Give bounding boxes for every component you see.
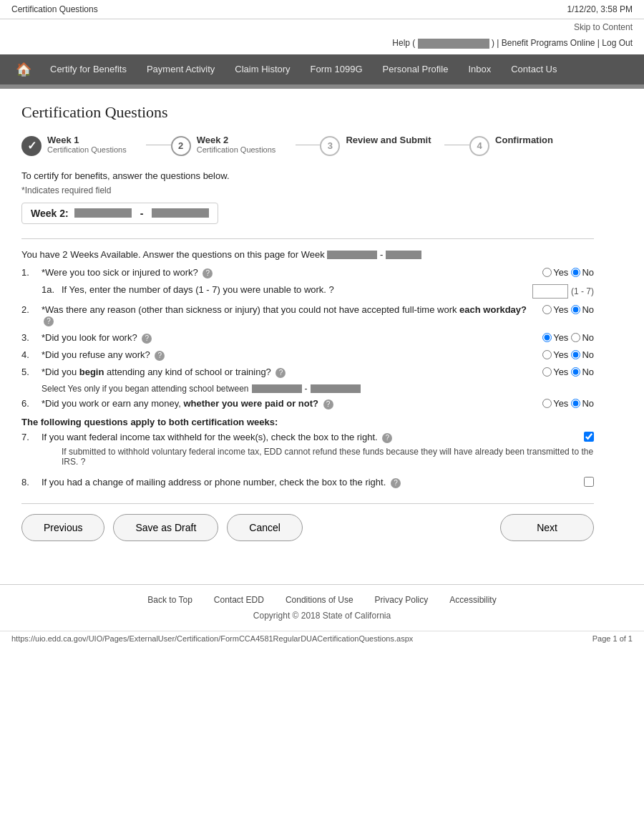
q6-no-label[interactable]: No [571, 398, 594, 409]
nav-contact-us[interactable]: Contact Us [501, 55, 567, 83]
header-links: Skip to Content [0, 19, 644, 35]
q1-yes-radio[interactable] [542, 268, 552, 277]
q5-yes-label[interactable]: Yes [542, 367, 568, 377]
step-2-label: Week 2 Certification Questions [197, 135, 276, 154]
q5-yes-radio[interactable] [542, 367, 552, 377]
q2-text: *Was there any reason (other than sickne… [42, 304, 535, 326]
footer-conditions[interactable]: Conditions of Use [286, 595, 353, 605]
q6-help-icon[interactable]: ? [323, 399, 333, 409]
q7-help-icon[interactable]: ? [382, 433, 392, 443]
step-2-name: Week 2 [197, 135, 276, 145]
q2-no-label[interactable]: No [571, 304, 594, 315]
q7-checkbox[interactable] [584, 432, 594, 442]
q5-no-radio[interactable] [571, 367, 580, 377]
q8-checkbox[interactable] [584, 477, 594, 487]
q8-help-icon[interactable]: ? [391, 478, 401, 488]
next-button[interactable]: Next [500, 514, 594, 541]
previous-button[interactable]: Previous [21, 514, 104, 541]
q6-no-radio[interactable] [571, 399, 580, 408]
q2-help-icon[interactable]: ? [44, 316, 54, 326]
skip-to-content-link[interactable]: Skip to Content [574, 22, 633, 32]
q5-num: 5. [21, 367, 42, 377]
school-end-redacted [311, 384, 361, 393]
step-3-circle: 3 [320, 136, 340, 156]
q7-sub-help-icon[interactable]: ? [81, 457, 86, 467]
q2-yes-radio[interactable] [542, 305, 552, 314]
q1a-days-input[interactable] [532, 284, 568, 299]
q1a-answer: (1 - 7) [532, 284, 594, 299]
q1-yes-label[interactable]: Yes [542, 267, 568, 278]
nav-payment-activity[interactable]: Payment Activity [137, 55, 225, 83]
nav-bar: 🏠 Certify for Benefits Payment Activity … [0, 54, 644, 84]
home-icon[interactable]: 🏠 [7, 54, 40, 84]
q2-no-radio[interactable] [571, 305, 580, 314]
nav-claim-history[interactable]: Claim History [225, 55, 300, 83]
q1a-text: If Yes, enter the number of days (1 - 7)… [62, 284, 525, 295]
step-divider-3 [444, 145, 469, 145]
cancel-button[interactable]: Cancel [227, 514, 303, 541]
q4-no-radio[interactable] [571, 350, 580, 359]
q1a-days-label: (1 - 7) [571, 286, 594, 296]
step-3-label: Review and Submit [346, 135, 431, 145]
q3-yes-radio[interactable] [542, 333, 552, 342]
question-7: 7. If you want federal income tax withhe… [21, 432, 594, 472]
footer-back-to-top[interactable]: Back to Top [147, 595, 192, 605]
nav-inbox[interactable]: Inbox [458, 55, 501, 83]
question-3-row: 3. *Did you look for work? ? Yes No [21, 332, 594, 344]
q5-no-label[interactable]: No [571, 367, 594, 377]
q1-no-label[interactable]: No [571, 267, 594, 278]
available-dash: - [380, 249, 386, 260]
q4-yes-radio[interactable] [542, 350, 552, 359]
url-text: https://uio.edd.ca.gov/UIO/Pages/Externa… [11, 634, 413, 643]
footer-contact-edd[interactable]: Contact EDD [214, 595, 264, 605]
question-6: 6. *Did you work or earn any money, whet… [21, 398, 594, 409]
week-divider [21, 238, 594, 239]
q3-help-icon[interactable]: ? [142, 334, 152, 344]
step-4-label: Confirmation [495, 135, 553, 145]
q4-no-label[interactable]: No [571, 349, 594, 360]
q1-help-icon[interactable]: ? [203, 268, 213, 278]
school-start-redacted [252, 384, 302, 393]
q4-yes-label[interactable]: Yes [542, 349, 568, 360]
footer-accessibility[interactable]: Accessibility [449, 595, 496, 605]
footer-links: Back to Top Contact EDD Conditions of Us… [10, 595, 634, 605]
q5-sub-text: Select Yes only if you began attending s… [42, 384, 594, 394]
q1a-help-icon[interactable]: ? [329, 284, 334, 295]
q5-help-icon[interactable]: ? [275, 368, 286, 378]
nav-form-1099g[interactable]: Form 1099G [301, 55, 373, 83]
q3-num: 3. [21, 332, 42, 343]
footer-privacy[interactable]: Privacy Policy [375, 595, 429, 605]
q6-yes-radio[interactable] [542, 399, 552, 408]
page-of: Page 1 of 1 [592, 634, 633, 643]
q4-help-icon[interactable]: ? [155, 351, 165, 361]
q6-yes-label[interactable]: Yes [542, 398, 568, 409]
help-bar: Help ( ) | Benefit Programs Online | Log… [0, 35, 644, 54]
datetime: 1/12/20, 3:58 PM [567, 4, 633, 14]
question-4-row: 4. *Did you refuse any work? ? Yes No [21, 349, 594, 361]
nav-certify-for-benefits[interactable]: Certify for Benefits [40, 55, 137, 83]
both-weeks-header: The following questions apply to both ce… [21, 417, 594, 427]
q4-answer: Yes No [542, 349, 594, 360]
q3-no-radio[interactable] [571, 333, 580, 342]
q2-yes-label[interactable]: Yes [542, 304, 568, 315]
button-row: Previous Save as Draft Cancel Next [21, 503, 594, 541]
step-divider-1 [146, 145, 171, 145]
q1-no-radio[interactable] [571, 268, 580, 277]
q3-no-label[interactable]: No [571, 332, 594, 343]
q3-answer: Yes No [542, 332, 594, 343]
step-1-circle: ✓ [21, 136, 42, 156]
q6-text: *Did you work or earn any money, whether… [42, 398, 535, 409]
week-end-date-redacted [152, 208, 209, 218]
week-label: Week 2: [31, 208, 69, 219]
q6-answer: Yes No [542, 398, 594, 409]
available-notice: You have 2 Weeks Available. Answer the q… [21, 249, 594, 260]
q7-num: 7. [21, 432, 42, 442]
q3-yes-label[interactable]: Yes [542, 332, 568, 343]
help-label: Help ( [392, 38, 415, 48]
nav-personal-profile[interactable]: Personal Profile [373, 55, 459, 83]
step-2-sub: Certification Questions [197, 145, 276, 154]
q2-answer: Yes No [542, 304, 594, 315]
q8-checkbox-container [584, 477, 594, 489]
footer: Back to Top Contact EDD Conditions of Us… [0, 584, 644, 631]
save-draft-button[interactable]: Save as Draft [113, 514, 218, 541]
